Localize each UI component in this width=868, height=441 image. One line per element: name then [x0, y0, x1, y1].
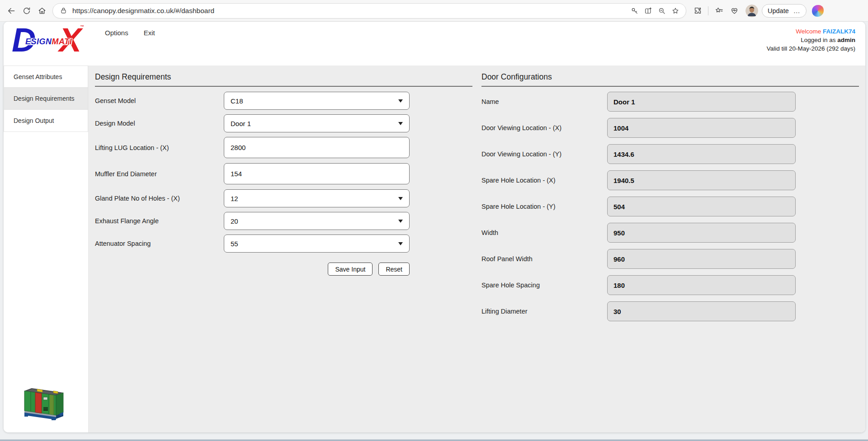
roof-panel-width-field: 960: [607, 249, 796, 269]
refresh-icon[interactable]: [19, 3, 34, 19]
browser-menu-ellipsis-icon[interactable]: …: [793, 7, 801, 14]
door-viewing-x-field: 1004: [607, 118, 796, 138]
update-label[interactable]: Update: [768, 7, 789, 14]
config-row-lifting-diameter: Lifting Diameter 30: [481, 301, 859, 321]
chevron-down-icon: [398, 99, 403, 103]
sidebar: Genset Attributes Design Requirements De…: [4, 66, 89, 432]
validity-line: Valid till 20-May-2026 (292 days): [767, 44, 855, 53]
toolbar-divider: [708, 6, 708, 15]
form-actions: Save Input Reset: [95, 263, 410, 276]
genset-model-select[interactable]: C18: [224, 92, 410, 110]
config-row-door-viewing-y: Door Viewing Location - (Y) 1434.6: [481, 144, 859, 164]
section-divider: [481, 86, 859, 87]
form-row-gland-plate-holes-x: Gland Plate No of Holes - (X) 12: [95, 189, 472, 207]
door-viewing-y-field: 1434.6: [607, 144, 796, 164]
door-configurations-title: Door Configurations: [481, 72, 859, 82]
exhaust-flange-angle-select[interactable]: 20: [224, 212, 410, 230]
main-content: Design Requirements Genset Model C18 Des…: [89, 66, 865, 432]
attenuator-spacing-select[interactable]: 55: [224, 235, 410, 253]
password-key-icon[interactable]: [628, 4, 642, 18]
logo-word-mati: MATI: [52, 37, 72, 46]
menu-options[interactable]: Options: [105, 29, 128, 37]
section-divider: [95, 86, 472, 87]
menu-exit[interactable]: Exit: [144, 29, 155, 37]
url-text[interactable]: https://canopy.designmatix.co.uk/#/dashb…: [72, 7, 628, 15]
chevron-down-icon: [398, 122, 403, 125]
width-field: 950: [607, 223, 796, 243]
welcome-prefix: Welcome: [796, 28, 821, 35]
attenuator-spacing-label: Attenuator Spacing: [95, 240, 224, 247]
design-requirements-section: Design Requirements Genset Model C18 Des…: [95, 70, 472, 432]
gland-plate-holes-x-select[interactable]: 12: [224, 189, 410, 207]
door-name-field: Door 1: [607, 92, 796, 112]
browser-essentials-icon[interactable]: [726, 3, 742, 19]
save-input-button[interactable]: Save Input: [328, 263, 373, 276]
site-lock-icon[interactable]: [58, 6, 68, 16]
muffler-end-diameter-value: 154: [231, 170, 242, 178]
exhaust-flange-angle-label: Exhaust Flange Angle: [95, 217, 224, 225]
copilot-icon[interactable]: [812, 5, 824, 17]
reset-button[interactable]: Reset: [378, 263, 410, 276]
genset-model-label: Genset Model: [95, 97, 224, 104]
config-row-width: Width 950: [481, 223, 859, 243]
logged-in-line: Logged in as admin: [767, 36, 855, 44]
config-row-roof-panel-width: Roof Panel Width 960: [481, 249, 859, 269]
form-row-design-model: Design Model Door 1: [95, 114, 472, 132]
favorite-star-icon[interactable]: [669, 4, 682, 18]
design-model-value: Door 1: [231, 120, 251, 127]
chevron-down-icon: [398, 220, 403, 223]
extensions-puzzle-icon[interactable]: [690, 3, 705, 19]
designmatix-logo: D ESIGNMATI X ™: [12, 26, 84, 56]
form-row-exhaust-flange-angle: Exhaust Flange Angle 20: [95, 212, 472, 230]
door-viewing-y-label: Door Viewing Location - (Y): [481, 150, 607, 158]
spare-hole-spacing-field: 180: [607, 275, 796, 295]
spare-hole-x-label: Spare Hole Location - (X): [481, 177, 607, 184]
spare-hole-x-field: 1940.5: [607, 170, 796, 190]
lifting-diameter-label: Lifting Diameter: [481, 308, 607, 315]
sidebar-item-genset-attributes[interactable]: Genset Attributes: [4, 66, 88, 88]
zoom-out-icon[interactable]: [655, 4, 669, 18]
door-name-label: Name: [481, 98, 607, 105]
lifting-lug-x-value: 2800: [231, 144, 245, 151]
roof-panel-width-label: Roof Panel Width: [481, 255, 607, 263]
sidebar-item-design-requirements[interactable]: Design Requirements: [4, 88, 88, 110]
username: FAIZALK74: [823, 28, 855, 35]
config-row-name: Name Door 1: [481, 92, 859, 112]
back-icon[interactable]: [4, 3, 19, 19]
collections-icon[interactable]: [711, 3, 726, 19]
user-info-block: Welcome FAIZALK74 Logged in as admin Val…: [767, 27, 855, 53]
app-window: D ESIGNMATI X ™ Options Exit Welcome FAI…: [4, 22, 865, 432]
form-row-lifting-lug-x: Lifting LUG Location - (X) 2800: [95, 137, 472, 158]
config-row-spare-hole-spacing: Spare Hole Spacing 180: [481, 275, 859, 295]
browser-update-button[interactable]: Update …: [762, 4, 807, 18]
gland-plate-holes-x-value: 12: [231, 195, 238, 202]
spare-hole-y-label: Spare Hole Location - (Y): [481, 203, 607, 210]
form-row-genset-model: Genset Model C18: [95, 92, 472, 110]
chevron-down-icon: [398, 197, 403, 200]
chevron-down-icon: [398, 242, 403, 245]
door-viewing-x-label: Door Viewing Location - (X): [481, 124, 607, 131]
app-header: D ESIGNMATI X ™ Options Exit Welcome FAI…: [4, 22, 865, 66]
attenuator-spacing-value: 55: [231, 240, 238, 248]
config-row-door-viewing-x: Door Viewing Location - (X) 1004: [481, 118, 859, 138]
split-screen-icon[interactable]: [642, 4, 655, 18]
spare-hole-y-field: 504: [607, 197, 796, 216]
genset-3d-preview: [20, 381, 71, 425]
config-row-spare-hole-y: Spare Hole Location - (Y) 504: [481, 197, 859, 216]
lifting-lug-x-input[interactable]: 2800: [224, 137, 410, 158]
muffler-end-diameter-input[interactable]: 154: [224, 163, 410, 184]
design-model-select[interactable]: Door 1: [224, 114, 410, 132]
address-bar[interactable]: https://canopy.designmatix.co.uk/#/dashb…: [52, 3, 686, 19]
lifting-diameter-field: 30: [607, 301, 796, 321]
logo-word-design: ESIGN: [25, 37, 52, 46]
sidebar-item-design-output[interactable]: Design Output: [4, 110, 88, 132]
logged-in-prefix: Logged in as: [801, 37, 835, 43]
home-icon[interactable]: [34, 3, 50, 19]
user-role: admin: [837, 37, 855, 43]
muffler-end-diameter-label: Muffler End Diameter: [95, 170, 224, 178]
gland-plate-holes-x-label: Gland Plate No of Holes - (X): [95, 195, 224, 202]
width-label: Width: [481, 229, 607, 236]
logo-wordmark: ESIGNMATI: [25, 37, 72, 47]
design-requirements-title: Design Requirements: [95, 72, 472, 82]
profile-avatar[interactable]: [745, 5, 758, 17]
